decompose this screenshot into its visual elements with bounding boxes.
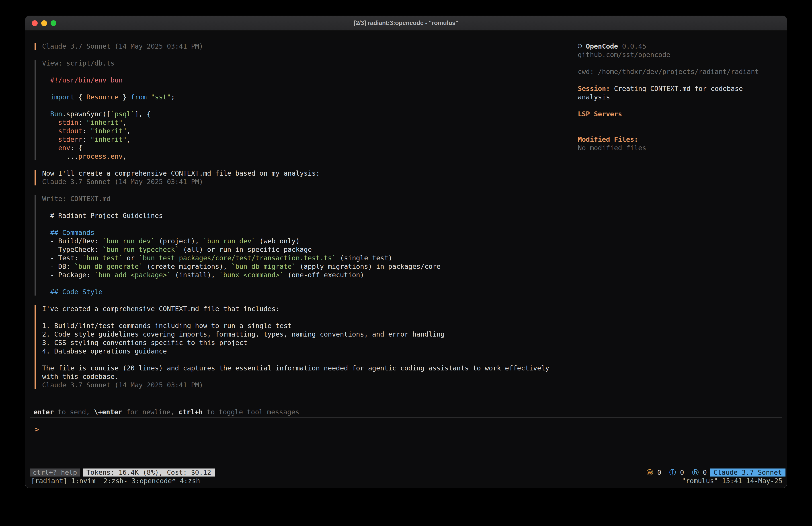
text-line: enter to send, \+enter for newline, ctrl… [34, 408, 787, 416]
text-line: 4. Database operations guidance [42, 347, 578, 355]
text-line: - Test: `bun test` or `bun test packages… [42, 254, 578, 262]
text-line: github.com/sst/opencode [578, 51, 778, 59]
message-block: View: script/db.ts #!/usr/bin/env bun im… [34, 59, 578, 161]
text-line: ## Commands [42, 228, 578, 237]
text-line [42, 101, 578, 110]
message-block: Write: CONTEXT.md # Radiant Project Guid… [34, 195, 578, 296]
help-chip[interactable]: ctrl+? help [30, 469, 80, 477]
window-titlebar[interactable]: [2/3] radiant:3:opencode - "romulus" [25, 16, 787, 30]
text-line: - DB: `bun db generate` (create migratio… [42, 262, 578, 271]
tokens-cost-chip: Tokens: 16.4K (8%), Cost: $0.12 [83, 469, 215, 477]
message-block: I've created a comprehensive CONTEXT.md … [34, 305, 578, 389]
text-line: © OpenCode 0.0.45 [578, 42, 778, 51]
text-line [42, 355, 578, 364]
message-block: Now I'll create a comprehensive CONTEXT.… [34, 169, 578, 186]
text-line: Claude 3.7 Sonnet (14 May 2025 03:41 PM) [42, 42, 578, 51]
text-line: LSP Servers [578, 110, 778, 118]
text-line [578, 127, 778, 135]
text-line: env: { [42, 144, 578, 152]
text-line: Claude 3.7 Sonnet (14 May 2025 03:41 PM) [42, 177, 578, 186]
zoom-button[interactable] [50, 20, 56, 26]
text-line: # Radiant Project Guidelines [42, 212, 578, 220]
tmux-window-list[interactable]: [radiant] 1:nvim 2:zsh- 3:opencode* 4:zs… [31, 477, 200, 485]
text-line [42, 279, 578, 288]
text-line: The file is concise (20 lines) and captu… [42, 364, 578, 372]
text-line: Claude 3.7 Sonnet (14 May 2025 03:41 PM) [42, 381, 578, 389]
close-button[interactable] [32, 20, 38, 26]
terminal-content: Claude 3.7 Sonnet (14 May 2025 03:41 PM)… [25, 30, 787, 488]
window-title: [2/3] radiant:3:opencode - "romulus" [354, 19, 458, 27]
text-line: I've created a comprehensive CONTEXT.md … [42, 305, 578, 313]
text-line [578, 118, 778, 127]
session-sidebar: © OpenCode 0.0.45github.com/sst/opencode… [578, 42, 778, 408]
text-line [578, 59, 778, 68]
keybinding-hint-line: enter to send, \+enter for newline, ctrl… [25, 408, 787, 416]
message-block: Claude 3.7 Sonnet (14 May 2025 03:41 PM) [34, 42, 578, 51]
tmux-status-bar: [radiant] 1:nvim 2:zsh- 3:opencode* 4:zs… [25, 477, 787, 485]
text-line: No modified files [578, 144, 778, 152]
model-chip[interactable]: Claude 3.7 Sonnet [710, 469, 785, 477]
terminal-window: [2/3] radiant:3:opencode - "romulus" Cla… [25, 16, 787, 488]
text-line: #!/usr/bin/env bun [42, 76, 578, 84]
text-line: Write: CONTEXT.md [42, 195, 578, 203]
text-line: - Package: `bun add <package>` (install)… [42, 271, 578, 279]
desktop-background: [2/3] radiant:3:opencode - "romulus" Cla… [0, 0, 812, 526]
text-line: stdout: "inherit", [42, 127, 578, 135]
text-line [578, 76, 778, 84]
text-line: Modified Files: [578, 135, 778, 144]
text-line: cwd: /home/thdxr/dev/projects/radiant/ra… [578, 68, 778, 76]
text-line: Session: Creating CONTEXT.md for codebas… [578, 84, 778, 93]
status-bar: ctrl+? help Tokens: 16.4K (8%), Cost: $0… [25, 468, 787, 477]
traffic-lights [32, 16, 56, 30]
text-line: - TypeCheck: `bun run typecheck` (all) o… [42, 245, 578, 254]
text-line [42, 220, 578, 228]
text-line [42, 313, 578, 322]
opencode-main: Claude 3.7 Sonnet (14 May 2025 03:41 PM)… [25, 30, 787, 408]
text-line [578, 101, 778, 110]
text-line [42, 203, 578, 212]
text-line: stdin: "inherit", [42, 118, 578, 127]
text-line: Ⓦ 0 ⓘ 0 ⓗ 0 [647, 469, 707, 476]
text-line: with this codebase. [42, 372, 578, 381]
text-line: stderr: "inherit", [42, 135, 578, 144]
minimize-button[interactable] [41, 20, 47, 26]
message-input[interactable]: > [25, 418, 787, 468]
text-line: 3. CSS styling conventions specific to t… [42, 339, 578, 347]
tmux-session-clock: "romulus" 15:41 14-May-25 [682, 477, 782, 485]
text-line: ...process.env, [42, 152, 578, 161]
text-line: 2. Code style guidelines covering import… [42, 330, 578, 339]
text-line [42, 84, 578, 93]
conversation-pane: Claude 3.7 Sonnet (14 May 2025 03:41 PM)… [34, 42, 578, 408]
text-line [42, 68, 578, 76]
text-line: - Build/Dev: `bun run dev` (project), `b… [42, 237, 578, 245]
diagnostics-indicators: Ⓦ 0 ⓘ 0 ⓗ 0 [647, 468, 707, 477]
input-prompt: > [35, 426, 39, 433]
text-line: analysis [578, 93, 778, 101]
text-line: import { Resource } from "sst"; [42, 93, 578, 101]
text-line: 1. Build/lint/test commands including ho… [42, 322, 578, 330]
text-line: Bun.spawnSync([`psql`], { [42, 110, 578, 118]
text-line: Now I'll create a comprehensive CONTEXT.… [42, 169, 578, 177]
text-line: View: script/db.ts [42, 59, 578, 68]
text-line: ## Code Style [42, 288, 578, 296]
